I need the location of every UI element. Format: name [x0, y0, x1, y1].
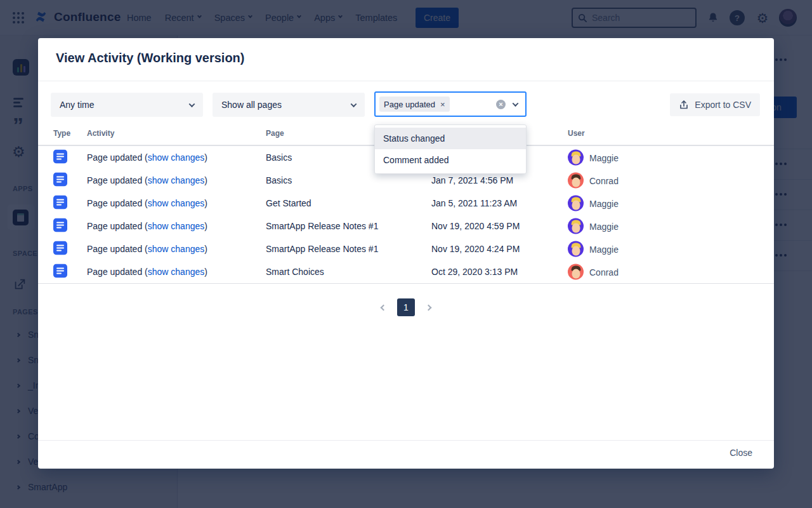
- date-cell: Oct 29, 2020 3:13 PM: [431, 267, 518, 277]
- dropdown-option[interactable]: Comment added: [375, 149, 526, 171]
- show-changes-link[interactable]: show changes: [148, 198, 205, 208]
- current-page-button[interactable]: 1: [397, 298, 415, 316]
- user-cell: Conrad: [568, 264, 619, 280]
- date-cell: Nov 19, 2020 4:24 PM: [431, 244, 520, 254]
- show-changes-link[interactable]: show changes: [148, 244, 205, 254]
- user-avatar: [568, 241, 584, 257]
- show-changes-link[interactable]: show changes: [148, 175, 205, 185]
- user-cell: Maggie: [568, 150, 619, 166]
- time-filter-dropdown[interactable]: Any time: [51, 93, 203, 117]
- remove-tag-icon[interactable]: ×: [440, 100, 445, 109]
- activity-cell: Page updated (show changes): [87, 221, 207, 231]
- dropdown-option[interactable]: Status changed: [375, 128, 526, 149]
- previous-page-icon[interactable]: [381, 305, 386, 310]
- user-avatar: [568, 196, 584, 211]
- page-type-icon: [53, 264, 67, 280]
- activity-cell: Page updated (show changes): [87, 175, 207, 185]
- close-button[interactable]: Close: [730, 448, 752, 458]
- page-type-icon: [53, 196, 67, 211]
- activity-cell: Page updated (show changes): [87, 152, 207, 163]
- chevron-down-icon: [351, 101, 357, 107]
- page-link[interactable]: Basics: [266, 175, 292, 185]
- page-type-icon: [53, 150, 67, 166]
- divider: [38, 283, 774, 284]
- user-cell: Maggie: [568, 241, 619, 257]
- view-activity-modal: View Activity (Working version) Any time…: [38, 38, 774, 469]
- date-cell: Nov 19, 2020 4:59 PM: [431, 221, 520, 231]
- user-cell: Maggie: [568, 196, 619, 211]
- activity-cell: Page updated (show changes): [87, 267, 207, 277]
- table-row: Page updated (show changes) SmartApp Rel…: [38, 215, 774, 237]
- page-type-icon: [53, 241, 67, 257]
- user-cell: Maggie: [568, 218, 619, 234]
- page-link[interactable]: SmartApp Release Notes #1: [266, 221, 378, 231]
- page-link[interactable]: Smart Choices: [266, 267, 324, 277]
- page-type-icon: [53, 173, 67, 189]
- page-type-icon: [53, 218, 67, 234]
- modal-title: View Activity (Working version): [56, 51, 244, 65]
- divider: [38, 81, 774, 81]
- date-cell: Jan 5, 2021 11:23 AM: [431, 198, 517, 208]
- show-changes-link[interactable]: show changes: [148, 152, 205, 163]
- filter-tag: Page updated ×: [379, 97, 450, 112]
- user-avatar: [568, 264, 584, 280]
- show-changes-link[interactable]: show changes: [148, 221, 205, 231]
- pagination: 1: [38, 298, 774, 316]
- table-row: Page updated (show changes) Smart Choice…: [38, 260, 774, 283]
- table-row: Page updated (show changes) SmartApp Rel…: [38, 237, 774, 260]
- user-avatar: [568, 173, 584, 189]
- user-avatar: [568, 218, 584, 234]
- chevron-down-icon: [513, 100, 519, 107]
- date-cell: Jan 7, 2021 4:56 PM: [431, 175, 513, 185]
- chevron-down-icon: [189, 101, 195, 107]
- next-page-icon[interactable]: [426, 305, 431, 310]
- user-cell: Conrad: [568, 173, 619, 189]
- show-changes-link[interactable]: show changes: [148, 267, 205, 277]
- clear-select-icon[interactable]: ×: [496, 100, 506, 109]
- divider: [38, 440, 774, 441]
- pages-filter-dropdown[interactable]: Show all pages: [213, 93, 365, 117]
- page-link[interactable]: Basics: [266, 152, 292, 163]
- export-icon: [679, 100, 689, 110]
- page-link[interactable]: SmartApp Release Notes #1: [266, 244, 378, 254]
- user-avatar: [568, 150, 584, 166]
- activity-cell: Page updated (show changes): [87, 198, 207, 208]
- export-csv-button[interactable]: Export to CSV: [670, 93, 760, 116]
- page-link[interactable]: Get Started: [266, 198, 311, 208]
- table-row: Page updated (show changes) Get Started …: [38, 192, 774, 215]
- activity-cell: Page updated (show changes): [87, 244, 207, 254]
- activity-options-panel: Status changed Comment added: [374, 124, 527, 174]
- activity-type-multiselect[interactable]: Page updated × ×: [374, 91, 527, 117]
